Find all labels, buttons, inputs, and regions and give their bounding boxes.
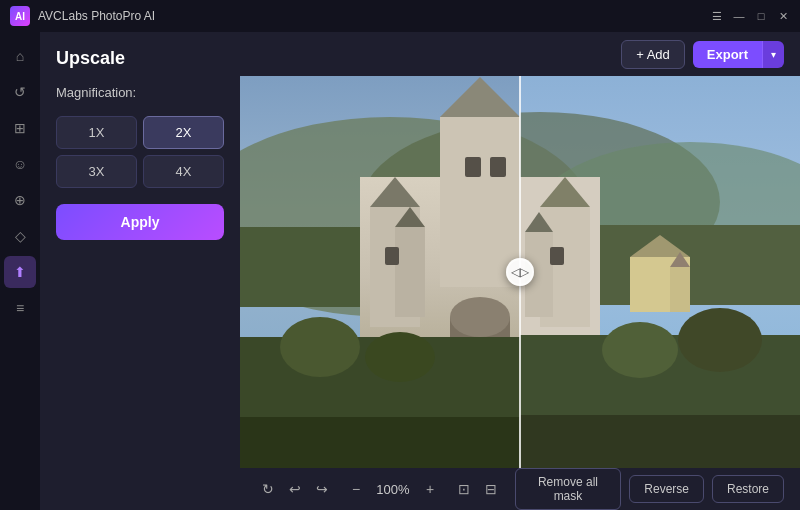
close-button[interactable]: ✕	[776, 9, 790, 23]
sidebar-item-puzzle[interactable]: ⊕	[4, 184, 36, 216]
maximize-button[interactable]: □	[754, 9, 768, 23]
sidebar-item-upscale[interactable]: ⬆	[4, 256, 36, 288]
magnification-grid: 1X 2X 3X 4X	[56, 116, 224, 188]
svg-rect-8	[440, 117, 520, 287]
zoom-out-button[interactable]: −	[342, 475, 370, 503]
mag-3x-button[interactable]: 3X	[56, 155, 137, 188]
sidebar-item-home[interactable]: ⌂	[4, 40, 36, 72]
svg-point-25	[280, 317, 360, 377]
export-dropdown-button[interactable]: ▾	[762, 41, 784, 68]
top-bar: + Add Export ▾	[240, 32, 800, 76]
refresh-button[interactable]: ↻	[256, 475, 279, 503]
bottom-toolbar: ↻ ↩ ↪ − 100% + ⊡ ⊟ Remove all mask Rever…	[240, 468, 800, 510]
restore-button[interactable]: Restore	[712, 475, 784, 503]
sidebar: ⌂ ↺ ⊞ ☺ ⊕ ◇ ⬆ ≡	[0, 32, 40, 510]
svg-point-26	[365, 332, 435, 382]
reverse-button[interactable]: Reverse	[629, 475, 704, 503]
sidebar-item-sliders[interactable]: ≡	[4, 292, 36, 324]
add-button[interactable]: + Add	[621, 40, 685, 69]
minimize-button[interactable]: —	[732, 9, 746, 23]
svg-rect-14	[395, 227, 425, 317]
svg-point-19	[450, 297, 510, 337]
sidebar-item-face[interactable]: ☺	[4, 148, 36, 180]
sidebar-item-diamond[interactable]: ◇	[4, 220, 36, 252]
apply-button[interactable]: Apply	[56, 204, 224, 240]
svg-rect-54	[670, 267, 690, 312]
left-panel: Upscale Magnification: 1X 2X 3X 4X Apply	[40, 32, 240, 510]
export-button[interactable]: Export	[693, 41, 762, 68]
mag-4x-button[interactable]: 4X	[143, 155, 224, 188]
compare-button[interactable]: ⊟	[479, 475, 502, 503]
menu-button[interactable]: ☰	[710, 9, 724, 23]
svg-rect-22	[385, 247, 399, 265]
main-layout: ⌂ ↺ ⊞ ☺ ⊕ ◇ ⬆ ≡ Upscale Magnification: 1…	[0, 32, 800, 510]
svg-point-59	[602, 322, 678, 378]
remove-all-mask-button[interactable]: Remove all mask	[515, 468, 622, 510]
compare-container: ◁▷	[240, 76, 800, 468]
logo-text: AI	[15, 11, 25, 22]
image-canvas[interactable]: ◁▷	[240, 76, 800, 468]
zoom-section: − 100% +	[342, 475, 444, 503]
image-area: + Add Export ▾	[240, 32, 800, 510]
crop-button[interactable]: ⊡	[452, 475, 475, 503]
titlebar: AI AVCLabs PhotoPro AI ☰ — □ ✕	[0, 0, 800, 32]
split-handle[interactable]: ◁▷	[506, 258, 534, 286]
svg-rect-51	[550, 247, 564, 265]
sidebar-item-rotate[interactable]: ↺	[4, 76, 36, 108]
sidebar-item-grid[interactable]: ⊞	[4, 112, 36, 144]
undo-button[interactable]: ↩	[283, 475, 306, 503]
panel-title: Upscale	[56, 48, 224, 69]
svg-rect-20	[465, 157, 481, 177]
mag-2x-button[interactable]: 2X	[143, 116, 224, 149]
window-controls: ☰ — □ ✕	[710, 9, 790, 23]
redo-button[interactable]: ↪	[311, 475, 334, 503]
app-title: AVCLabs PhotoPro AI	[38, 9, 710, 23]
export-button-group: Export ▾	[693, 41, 784, 68]
zoom-in-button[interactable]: +	[416, 475, 444, 503]
svg-point-60	[678, 308, 762, 372]
zoom-value: 100%	[374, 482, 412, 497]
magnification-label: Magnification:	[56, 85, 224, 100]
svg-rect-21	[490, 157, 506, 177]
mag-1x-button[interactable]: 1X	[56, 116, 137, 149]
app-logo: AI	[10, 6, 30, 26]
